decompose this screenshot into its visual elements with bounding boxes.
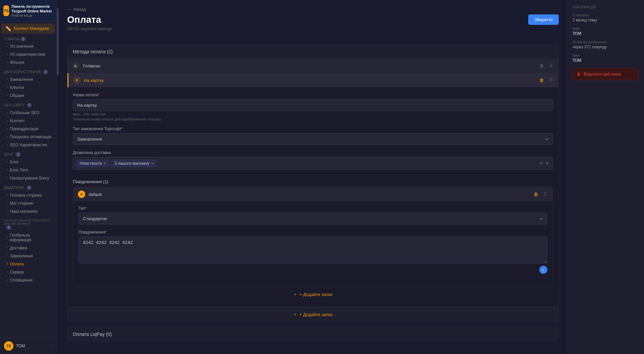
tag-our-store-close[interactable]: ✕ — [151, 162, 154, 165]
info-section-title: ІНФОРМАЦІЯ — [573, 5, 639, 9]
sidebar-item-blog[interactable]: Блог — [0, 158, 56, 166]
notif-type-group: Тип* Стандартне — [79, 206, 547, 224]
sidebar-item-content[interactable]: Контент — [0, 117, 56, 125]
cash-delete-button[interactable]: 🗑 — [538, 62, 545, 69]
app-subtitle: Робоче місце — [12, 14, 53, 17]
sidebar-item-clients[interactable]: Клієнти — [0, 84, 56, 92]
cash-payment-name: Готівкою — [83, 63, 535, 68]
nalash-section-label: НАЛАШТУВАННЯ TORGSOFT ONLINE MARKET — [4, 219, 52, 225]
info-created-by-label: Ким — [573, 27, 639, 31]
info-updated-by-row: Ким ТОМ — [573, 53, 639, 63]
required-mark3: * — [85, 206, 87, 211]
sidebar-item-home[interactable]: Головна сторінка — [0, 191, 56, 199]
content-manager-label: Контент Менеджер — [14, 26, 49, 31]
payment-name-hint-desc: Унікальна назва оплати для відображення … — [73, 117, 553, 121]
sidebar-item-filters[interactable]: Фільтри — [0, 58, 56, 66]
notif-message-textarea[interactable]: 4242 4242 4242 4242 — [79, 237, 547, 263]
delete-label: Видалити цей запис — [584, 72, 621, 77]
seo-badge: 5 — [27, 103, 32, 107]
order-type-group: Тип замовлення Торгсофт* Замовлення — [73, 127, 553, 145]
sidebar-item-notifications[interactable]: Сповіщення — [0, 276, 56, 284]
payment-name-hint-max: макс. 100 символів — [73, 112, 553, 116]
card-expand-button[interactable]: ▼ — [73, 77, 81, 84]
notification-drag-button[interactable]: ⠿ — [543, 191, 548, 198]
info-updated-value: через 371 секунду — [573, 45, 639, 49]
payment-item-card-body: Назва оплати* макс. 100 символів Унікаль… — [67, 87, 558, 307]
payment-item-card-header[interactable]: ▼ На картку 🗑 ⠿ — [67, 73, 558, 87]
notifications-header: Повідомлення (1) — [73, 175, 553, 187]
trash-icon: 🗑 — [577, 72, 581, 77]
sidebar-item-our-stores[interactable]: Наші магазини — [0, 207, 56, 215]
notif-message-confirm-button[interactable]: ✓ — [539, 266, 547, 274]
notification-delete-button[interactable]: 🗑 — [533, 191, 539, 198]
sidebar-footer: TS ТОМ ‹ — [0, 338, 56, 354]
sidebar-item-content-manager[interactable]: ✏️ Контент Менеджер — [1, 23, 55, 34]
sidebar-item-global-info[interactable]: Глобальна інформація — [0, 231, 56, 244]
sidebar-item-blog-settings[interactable]: Налаштування блогу — [0, 174, 56, 182]
payment-methods-header: Методи оплати (2) — [67, 45, 558, 59]
sidebar-item-payment[interactable]: Оплата — [0, 260, 56, 268]
sidebar: TS Панель інструментів Torgsoft Online M… — [0, 0, 56, 354]
sidebar-item-orders2[interactable]: Замовлення — [0, 252, 56, 260]
notification-item-default-header[interactable]: ▼ default 🗑 ⠿ — [73, 187, 553, 201]
tags-chevron-button[interactable]: ▼ — [545, 161, 549, 166]
page-api-id: API ID: payment-settings — [67, 27, 112, 31]
liqpay-count: (0) — [106, 332, 112, 337]
page-area: ← Назад Оплата API ID: payment-settings … — [56, 0, 644, 354]
sidebar-item-delivery[interactable]: Доставка — [0, 244, 56, 252]
main-content: ← Назад Оплата API ID: payment-settings … — [56, 0, 644, 354]
sidebar-item-server[interactable]: Сервер — [0, 268, 56, 276]
notif-message-label: Повідомлення* — [79, 230, 547, 235]
notifications-section: Повідомлення (1) ▼ default 🗑 ⠿ — [73, 175, 553, 301]
sidebar-item-seo-char[interactable]: SEO Характеристик — [0, 141, 56, 149]
sidebar-item-my-pages[interactable]: Мої сторінки — [0, 199, 56, 207]
back-arrow-icon: ← — [67, 7, 71, 12]
sidebar-item-all-values[interactable]: Усі значення — [0, 42, 56, 50]
payment-methods-count: (2) — [107, 49, 113, 54]
nalash-badge: 9 — [6, 225, 11, 230]
sidebar-nav: ✏️ Контент Менеджер ТОВАРІВ 3 Усі значен… — [0, 22, 56, 338]
delivery-tags-input[interactable]: Нова пошта ✕ З нашого магазину ✕ ✕ ▼ — [73, 157, 553, 170]
back-label: Назад — [73, 7, 86, 12]
payment-name-input[interactable] — [73, 99, 553, 111]
card-delete-button[interactable]: 🗑 — [538, 77, 545, 84]
notification-expand-button[interactable]: ▼ — [78, 191, 85, 198]
add-notification-icon: ＋ — [293, 291, 297, 297]
collapse-sidebar-button[interactable]: ‹ — [50, 343, 52, 349]
add-notification-button[interactable]: ＋ + Додайте запис — [73, 287, 553, 301]
sidebar-item-global-seo[interactable]: Глобальне SEO — [0, 109, 56, 117]
add-payment-label: + Додайте запис — [299, 312, 333, 317]
tag-nova-poshta-close[interactable]: ✕ — [103, 162, 106, 165]
notification-item-default: ▼ default 🗑 ⠿ Тип* — [73, 187, 553, 284]
delete-record-button[interactable]: 🗑 Видалити цей запис — [573, 68, 639, 80]
required-mark2: * — [121, 127, 123, 131]
info-created-by-value: ТОМ — [573, 31, 639, 36]
order-type-select[interactable]: Замовлення — [73, 133, 553, 145]
back-button[interactable]: ← Назад — [67, 7, 559, 12]
tags-clear-button[interactable]: ✕ — [539, 161, 543, 166]
sidebar-item-favorites[interactable]: Обране — [0, 92, 56, 100]
sidebar-item-search-opt[interactable]: Пошукова оптимізація — [0, 133, 56, 141]
user-name: ТОМ — [16, 344, 48, 348]
cash-expand-button[interactable]: ▶ — [72, 62, 80, 69]
notification-default-body: Тип* Стандартне — [73, 201, 553, 284]
info-created-label: Створено — [573, 13, 639, 17]
info-updated-label: Останнє оновлення — [573, 40, 639, 44]
sidebar-header: TS Панель інструментів Torgsoft Online M… — [0, 0, 56, 22]
save-button[interactable]: Зберегти — [528, 14, 559, 25]
vertical-scrollbar[interactable] — [56, 0, 59, 354]
card-drag-button[interactable]: ⠿ — [548, 77, 554, 84]
sidebar-item-blog-tags[interactable]: Блог Теги — [0, 166, 56, 174]
cash-drag-button[interactable]: ⠿ — [548, 62, 554, 69]
add-payment-method-button[interactable]: ＋ + Додайте запис — [67, 307, 558, 321]
payment-methods-title: Методи оплати (2) — [73, 49, 113, 54]
payment-item-cash-header[interactable]: ▶ Готівкою 🗑 ⠿ — [67, 59, 558, 73]
dodatkovi-badge: 3 — [27, 186, 32, 190]
notif-type-select[interactable]: Стандартне — [79, 213, 547, 224]
sidebar-item-redirect[interactable]: Переадресація — [0, 125, 56, 133]
blog-badge: 3 — [15, 152, 21, 157]
info-updated-by-value: ТОМ — [573, 58, 639, 63]
sidebar-item-orders[interactable]: Замовлення — [0, 75, 56, 84]
info-created-row: Створено 2 місяці тому — [573, 13, 639, 22]
sidebar-item-all-characteristics[interactable]: Усі характеристики — [0, 50, 56, 58]
